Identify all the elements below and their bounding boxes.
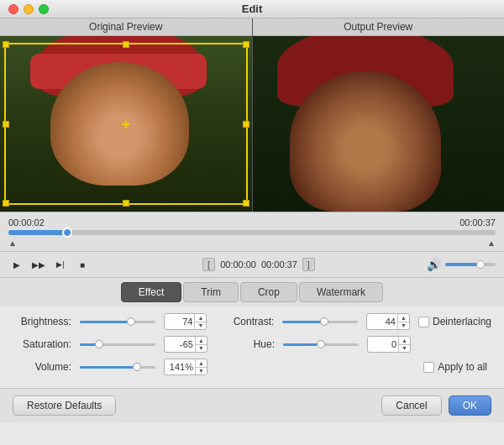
step-button[interactable]: ▶|	[52, 256, 69, 273]
timeline-markers: ▲ ▲	[8, 238, 496, 248]
hue-value-box[interactable]: 0 ▲ ▼	[367, 336, 411, 353]
ok-button[interactable]: OK	[449, 395, 491, 416]
volume-track[interactable]	[445, 263, 496, 266]
tab-trim[interactable]: Trim	[183, 282, 239, 302]
apply-to-all-check[interactable]: Apply to all	[423, 361, 487, 373]
saturation-track	[80, 343, 155, 346]
orig-face	[50, 62, 189, 185]
volume-value: 141%	[165, 362, 195, 372]
volume-down[interactable]: ▼	[196, 368, 207, 375]
contrast-track	[282, 321, 358, 323]
output-preview-panel: Output Preview	[253, 18, 505, 212]
tab-crop[interactable]: Crop	[240, 282, 297, 302]
bottom-bar: Restore Defaults Cancel OK	[0, 388, 504, 422]
ctrl-time-end: 00:00:37	[261, 259, 297, 270]
volume-param-track	[80, 366, 155, 369]
play-button[interactable]: ▶	[8, 256, 25, 273]
volume-param-fill	[80, 366, 137, 369]
volume-thumb[interactable]	[476, 260, 485, 269]
contrast-stepper[interactable]: ▲ ▼	[397, 314, 409, 329]
brightness-down[interactable]: ▼	[195, 322, 206, 330]
original-preview-label: Original Preview	[0, 18, 252, 36]
hue-stepper[interactable]: ▲ ▼	[398, 337, 410, 352]
tabs-row: Effect Trim Crop Watermark	[0, 277, 504, 306]
brightness-up[interactable]: ▲	[195, 314, 206, 322]
contrast-value: 44	[367, 317, 397, 327]
hue-fill	[283, 343, 321, 346]
deinterlacing-check[interactable]: Deinterlacing	[418, 316, 491, 327]
tab-watermark[interactable]: Watermark	[299, 282, 383, 302]
contrast-thumb[interactable]	[320, 317, 328, 326]
deinterlacing-label: Deinterlacing	[433, 316, 491, 327]
row-volume: Volume: 141% ▲ ▼ Apply to all	[13, 359, 491, 375]
timeline-end: 00:00:37	[459, 217, 496, 228]
row-saturation-hue: Saturation: -65 ▲ ▼ Hue: 0 ▲ ▼	[13, 336, 491, 353]
playback-controls: ▶ ▶▶ ▶| ■ [ 00:00:00 00:00:37 ] 🔊	[0, 251, 504, 277]
apply-to-all-label: Apply to all	[438, 361, 487, 373]
brightness-value-box[interactable]: 74 ▲ ▼	[164, 313, 207, 330]
contrast-value-box[interactable]: 44 ▲ ▼	[366, 313, 410, 330]
volume-param-slider[interactable]	[80, 361, 155, 373]
timeline-thumb[interactable]	[62, 228, 72, 238]
tab-effect[interactable]: Effect	[121, 282, 181, 302]
contrast-up[interactable]: ▲	[398, 314, 409, 322]
output-preview-image	[253, 36, 505, 212]
saturation-up[interactable]: ▲	[196, 337, 207, 345]
apply-to-all-checkbox[interactable]	[423, 362, 434, 373]
ctrl-time-start: 00:00:00	[220, 259, 256, 270]
saturation-stepper[interactable]: ▲ ▼	[195, 337, 207, 352]
deinterlacing-checkbox[interactable]	[418, 317, 429, 327]
timeline-times: 00:00:02 00:00:37	[8, 217, 496, 228]
title-bar: Edit	[0, 0, 504, 18]
original-preview-image: +	[0, 36, 252, 212]
hue-down[interactable]: ▼	[399, 345, 410, 353]
volume-label: Volume:	[13, 361, 71, 373]
saturation-down[interactable]: ▼	[196, 345, 207, 353]
hue-thumb[interactable]	[317, 340, 325, 348]
timeline-track[interactable]	[8, 230, 496, 235]
volume-stepper[interactable]: ▲ ▼	[195, 359, 207, 374]
saturation-value-box[interactable]: -65 ▲ ▼	[164, 336, 207, 353]
volume-param-thumb[interactable]	[133, 363, 141, 371]
restore-defaults-button[interactable]: Restore Defaults	[13, 395, 116, 416]
window-title: Edit	[242, 3, 263, 15]
saturation-slider[interactable]	[80, 338, 155, 350]
traffic-lights	[8, 4, 49, 14]
brightness-label: Brightness:	[13, 316, 71, 327]
contrast-slider[interactable]	[282, 316, 358, 327]
row-brightness-contrast: Brightness: 74 ▲ ▼ Contrast: 44 ▲	[13, 313, 491, 330]
saturation-value: -65	[165, 339, 195, 349]
timeline-start: 00:00:02	[8, 217, 45, 228]
volume-icon: 🔊	[427, 258, 441, 271]
hue-up[interactable]: ▲	[399, 337, 410, 345]
volume-up[interactable]: ▲	[196, 359, 207, 368]
marker-left: ▲	[8, 238, 17, 248]
stop-button[interactable]: ■	[74, 256, 91, 273]
contrast-fill	[282, 321, 323, 323]
hue-slider[interactable]	[283, 338, 359, 350]
minimize-button[interactable]	[24, 4, 34, 14]
brightness-stepper[interactable]: ▲ ▼	[194, 314, 206, 329]
saturation-thumb[interactable]	[95, 340, 103, 348]
output-preview-label: Output Preview	[253, 18, 505, 36]
contrast-down[interactable]: ▼	[398, 322, 409, 330]
original-preview-panel: Original Preview +	[0, 18, 252, 212]
fast-forward-button[interactable]: ▶▶	[30, 256, 47, 273]
volume-value-box[interactable]: 141% ▲ ▼	[164, 359, 207, 375]
bracket-close[interactable]: ]	[302, 258, 315, 271]
maximize-button[interactable]	[39, 4, 49, 14]
timeline-area: 00:00:02 00:00:37 ▲ ▲	[0, 212, 504, 251]
params-area: Brightness: 74 ▲ ▼ Contrast: 44 ▲	[0, 306, 504, 388]
close-button[interactable]	[8, 4, 18, 14]
hue-track	[283, 343, 359, 346]
saturation-label: Saturation:	[13, 338, 71, 350]
hue-value: 0	[368, 339, 398, 349]
cancel-button[interactable]: Cancel	[381, 395, 441, 416]
bottom-btn-group: Cancel OK	[381, 395, 491, 416]
volume-area: 🔊	[427, 258, 496, 271]
bracket-open[interactable]: [	[202, 258, 215, 271]
out-face	[290, 71, 441, 212]
brightness-value: 74	[165, 317, 195, 327]
brightness-slider[interactable]	[80, 316, 155, 327]
brightness-thumb[interactable]	[127, 317, 135, 326]
